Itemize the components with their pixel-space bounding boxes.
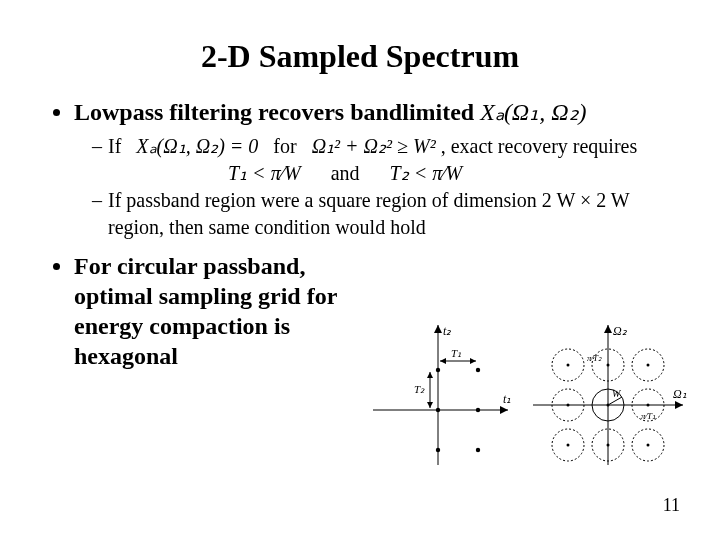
svg-text:Ω₂: Ω₂ xyxy=(613,324,628,338)
word-exact: , exact recovery requires xyxy=(441,135,638,157)
word-if: If xyxy=(108,135,121,157)
svg-text:π⁄T₁: π⁄T₁ xyxy=(641,411,656,421)
svg-point-40 xyxy=(647,404,650,407)
svg-point-43 xyxy=(647,444,650,447)
sub-bullet-2: If passband region were a square region … xyxy=(92,187,672,241)
svg-point-38 xyxy=(567,404,570,407)
svg-point-6 xyxy=(436,368,440,372)
page-number: 11 xyxy=(663,495,680,516)
svg-point-37 xyxy=(647,364,650,367)
svg-point-35 xyxy=(567,364,570,367)
bullet-1-text: Lowpass filtering recovers bandlimited xyxy=(74,99,474,125)
figures: t₂ t₁ T₁ T₂ xyxy=(368,320,688,480)
svg-text:t₁: t₁ xyxy=(503,392,511,406)
svg-text:T₁: T₁ xyxy=(451,347,461,359)
svg-marker-17 xyxy=(427,372,433,378)
svg-marker-3 xyxy=(500,406,508,414)
math-T1: T₁ < π⁄W xyxy=(228,162,306,184)
math-circle-cond: Ω₁² + Ω₂² ≥ W² xyxy=(312,135,436,157)
word-for: for xyxy=(273,135,296,157)
svg-marker-1 xyxy=(434,325,442,333)
math-T2: T₂ < π⁄W xyxy=(390,162,463,184)
math-Xa: Xₐ(Ω₁, Ω₂) xyxy=(480,99,586,125)
math-Xa-eq0: Xₐ(Ω₁, Ω₂) = 0 xyxy=(136,135,258,157)
svg-text:t₂: t₂ xyxy=(443,324,452,338)
slide: 2-D Sampled Spectrum Lowpass filtering r… xyxy=(0,0,720,540)
bullet-3-text: For circular passband, optimal sampling … xyxy=(74,253,337,369)
svg-marker-21 xyxy=(604,325,612,333)
figures-svg: t₂ t₁ T₁ T₂ xyxy=(368,320,688,480)
svg-text:π⁄T₂: π⁄T₂ xyxy=(587,353,602,363)
svg-point-11 xyxy=(476,448,480,452)
svg-text:Ω₁: Ω₁ xyxy=(673,387,687,401)
figure-left: t₂ t₁ T₁ T₂ xyxy=(373,324,511,465)
svg-marker-23 xyxy=(675,401,683,409)
slide-title: 2-D Sampled Spectrum xyxy=(48,38,672,75)
sub-list-1: If Xₐ(Ω₁, Ω₂) = 0 for Ω₁² + Ω₂² ≥ W² , e… xyxy=(74,133,672,241)
svg-point-36 xyxy=(607,364,610,367)
bullet-1: Lowpass filtering recovers bandlimited X… xyxy=(74,97,672,241)
svg-marker-14 xyxy=(470,358,476,364)
svg-point-8 xyxy=(436,408,440,412)
svg-point-42 xyxy=(607,444,610,447)
svg-marker-18 xyxy=(427,402,433,408)
sub-bullet-1: If Xₐ(Ω₁, Ω₂) = 0 for Ω₁² + Ω₂² ≥ W² , e… xyxy=(92,133,672,187)
svg-point-41 xyxy=(567,444,570,447)
svg-text:T₂: T₂ xyxy=(414,383,425,395)
svg-point-10 xyxy=(436,448,440,452)
svg-marker-13 xyxy=(440,358,446,364)
bullet-3: For circular passband, optimal sampling … xyxy=(74,251,374,371)
word-and: and xyxy=(331,162,360,184)
svg-point-9 xyxy=(476,408,480,412)
figure-right: Ω₂ Ω₁ xyxy=(533,324,687,465)
svg-point-7 xyxy=(476,368,480,372)
